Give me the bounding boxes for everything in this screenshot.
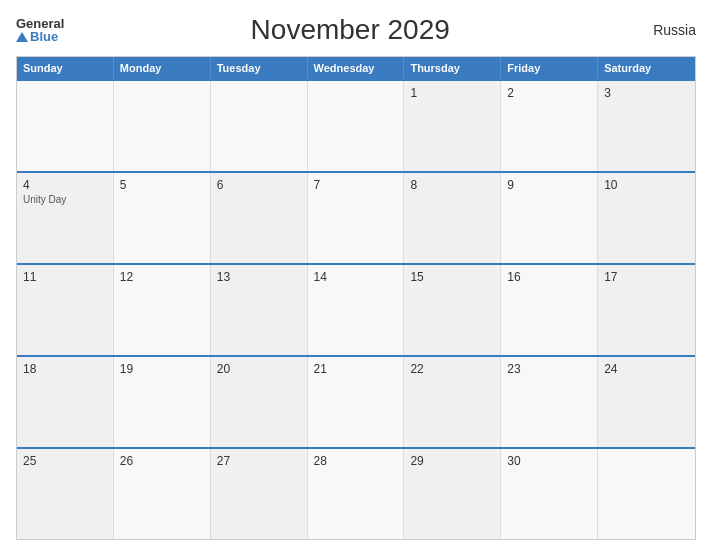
day-number: 1 bbox=[410, 86, 494, 100]
table-row: 26 bbox=[114, 449, 211, 539]
calendar-row-3: 11121314151617 bbox=[17, 263, 695, 355]
day-number: 23 bbox=[507, 362, 591, 376]
table-row bbox=[598, 449, 695, 539]
calendar-body: 1234Unity Day567891011121314151617181920… bbox=[17, 79, 695, 539]
logo-triangle-icon bbox=[16, 32, 28, 42]
table-row: 14 bbox=[308, 265, 405, 355]
table-row: 8 bbox=[404, 173, 501, 263]
day-number: 7 bbox=[314, 178, 398, 192]
table-row: 27 bbox=[211, 449, 308, 539]
table-row: 17 bbox=[598, 265, 695, 355]
day-number: 27 bbox=[217, 454, 301, 468]
day-number: 3 bbox=[604, 86, 689, 100]
day-number: 22 bbox=[410, 362, 494, 376]
day-number: 21 bbox=[314, 362, 398, 376]
page-title: November 2029 bbox=[64, 14, 636, 46]
header-saturday: Saturday bbox=[598, 57, 695, 79]
day-number: 19 bbox=[120, 362, 204, 376]
header-thursday: Thursday bbox=[404, 57, 501, 79]
day-number: 14 bbox=[314, 270, 398, 284]
table-row: 3 bbox=[598, 81, 695, 171]
calendar-header: Sunday Monday Tuesday Wednesday Thursday… bbox=[17, 57, 695, 79]
day-number: 28 bbox=[314, 454, 398, 468]
table-row: 25 bbox=[17, 449, 114, 539]
day-number: 16 bbox=[507, 270, 591, 284]
header-monday: Monday bbox=[114, 57, 211, 79]
table-row: 13 bbox=[211, 265, 308, 355]
table-row: 6 bbox=[211, 173, 308, 263]
day-number: 15 bbox=[410, 270, 494, 284]
day-number: 24 bbox=[604, 362, 689, 376]
day-number: 5 bbox=[120, 178, 204, 192]
header-tuesday: Tuesday bbox=[211, 57, 308, 79]
page-header: General Blue November 2029 Russia bbox=[16, 14, 696, 46]
day-number: 9 bbox=[507, 178, 591, 192]
header-sunday: Sunday bbox=[17, 57, 114, 79]
table-row: 4Unity Day bbox=[17, 173, 114, 263]
table-row: 30 bbox=[501, 449, 598, 539]
table-row: 12 bbox=[114, 265, 211, 355]
day-number: 2 bbox=[507, 86, 591, 100]
day-number: 18 bbox=[23, 362, 107, 376]
table-row bbox=[308, 81, 405, 171]
logo: General Blue bbox=[16, 17, 64, 43]
table-row: 7 bbox=[308, 173, 405, 263]
calendar-row-4: 18192021222324 bbox=[17, 355, 695, 447]
table-row bbox=[114, 81, 211, 171]
table-row: 5 bbox=[114, 173, 211, 263]
day-number: 11 bbox=[23, 270, 107, 284]
country-label: Russia bbox=[636, 22, 696, 38]
table-row: 29 bbox=[404, 449, 501, 539]
calendar-page: General Blue November 2029 Russia Sunday… bbox=[0, 0, 712, 550]
day-number: 10 bbox=[604, 178, 689, 192]
table-row: 10 bbox=[598, 173, 695, 263]
day-number: 17 bbox=[604, 270, 689, 284]
table-row: 2 bbox=[501, 81, 598, 171]
table-row: 1 bbox=[404, 81, 501, 171]
day-number: 8 bbox=[410, 178, 494, 192]
calendar-row-1: 123 bbox=[17, 79, 695, 171]
day-number: 25 bbox=[23, 454, 107, 468]
day-number: 12 bbox=[120, 270, 204, 284]
table-row bbox=[211, 81, 308, 171]
day-number: 30 bbox=[507, 454, 591, 468]
table-row: 15 bbox=[404, 265, 501, 355]
calendar-row-2: 4Unity Day5678910 bbox=[17, 171, 695, 263]
day-number: 29 bbox=[410, 454, 494, 468]
table-row: 9 bbox=[501, 173, 598, 263]
calendar-row-5: 252627282930 bbox=[17, 447, 695, 539]
table-row: 24 bbox=[598, 357, 695, 447]
table-row: 22 bbox=[404, 357, 501, 447]
table-row: 20 bbox=[211, 357, 308, 447]
day-number: 26 bbox=[120, 454, 204, 468]
day-number: 4 bbox=[23, 178, 107, 192]
calendar-grid: Sunday Monday Tuesday Wednesday Thursday… bbox=[16, 56, 696, 540]
table-row: 28 bbox=[308, 449, 405, 539]
day-number: 13 bbox=[217, 270, 301, 284]
table-row: 11 bbox=[17, 265, 114, 355]
table-row: 21 bbox=[308, 357, 405, 447]
day-number: 6 bbox=[217, 178, 301, 192]
table-row: 19 bbox=[114, 357, 211, 447]
table-row: 23 bbox=[501, 357, 598, 447]
table-row: 16 bbox=[501, 265, 598, 355]
table-row bbox=[17, 81, 114, 171]
logo-blue-text: Blue bbox=[16, 30, 58, 43]
table-row: 18 bbox=[17, 357, 114, 447]
event-label: Unity Day bbox=[23, 194, 107, 205]
header-wednesday: Wednesday bbox=[308, 57, 405, 79]
day-number: 20 bbox=[217, 362, 301, 376]
header-friday: Friday bbox=[501, 57, 598, 79]
